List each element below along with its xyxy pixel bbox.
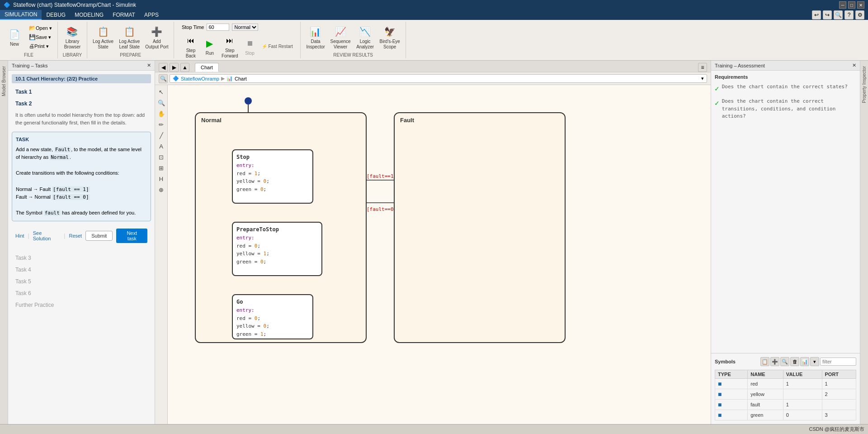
menu-modeling[interactable]: MODELING [70,10,108,20]
task-6-item[interactable]: Task 6 [12,287,151,299]
fault-state[interactable]: Fault [394,112,566,343]
stop-green: green = 0; [236,186,309,194]
grid-tool[interactable]: ⊞ [156,163,166,173]
simulate-mode-select[interactable]: Normal [232,24,258,31]
hint-link[interactable]: Hint [15,233,24,238]
up-button[interactable]: ▲ [180,63,189,72]
logic-analyzer-button[interactable]: 📉 LogicAnalyzer [354,24,376,51]
property-inspector-tab[interactable]: Property Inspector [861,64,868,105]
logic-analyzer-label: LogicAnalyzer [356,39,374,50]
line-tool[interactable]: ╱ [156,130,166,140]
search-button[interactable]: 🔍 [834,10,843,19]
see-solution-link[interactable]: See Solution [33,230,61,241]
task-3-item[interactable]: Task 3 [12,252,151,264]
filter-input[interactable] [820,358,856,366]
prepare-section-label: PREPARE [120,52,141,58]
stop-time-input[interactable] [207,24,229,31]
menu-format[interactable]: FORMAT [108,10,140,20]
pan-tool[interactable]: ✋ [156,109,166,119]
undo-button[interactable]: ↩ [812,10,821,19]
task-5-item[interactable]: Task 5 [12,276,151,287]
annotate-tool[interactable]: A [156,141,166,151]
step-back-button[interactable]: ⏮ StepBack [182,33,200,60]
minimize-button[interactable]: ─ [839,1,846,9]
maximize-button[interactable]: □ [848,1,855,9]
open-icon: 📂 [29,25,36,31]
step-back-label: StepBack [186,48,196,59]
sym-btn-3[interactable]: 🔍 [780,357,789,366]
chart-tab[interactable]: Chart [195,63,219,72]
close-button[interactable]: ✕ [857,1,864,9]
sequence-viewer-button[interactable]: 📈 SequenceViewer [329,24,353,51]
left-panel-close[interactable]: ✕ [147,62,151,68]
breadcrumb-dropdown[interactable]: ▾ [701,76,704,81]
open-button[interactable]: 📂 Open ▾ [27,24,54,32]
svg-text:[fault==0]: [fault==0] [367,206,396,212]
new-icon: 📄 [7,27,22,42]
req-2-text: Does the chart contain the correct trans… [722,98,856,120]
step-forward-button[interactable]: ⏭ StepForward [220,33,240,60]
task-1-item[interactable]: Task 1 [12,86,151,98]
back-button[interactable]: ◀ [159,63,168,72]
draw-tool[interactable]: ✏ [156,119,166,129]
normal-state[interactable]: Normal Stop entry: red = 1; yellow = 0; … [195,112,367,343]
forward-button[interactable]: ▶ [170,63,179,72]
add-output-port-button[interactable]: ➕ AddOutput Port [143,24,170,51]
new-button[interactable]: 📄 New [4,26,25,48]
breadcrumb-root[interactable]: StateflowOnramp [181,76,219,81]
help-button[interactable]: ? [844,10,854,19]
right-panel-header: Training – Assessment ✕ [711,61,860,71]
col-port: PORT [822,370,856,379]
stop-state[interactable]: Stop entry: red = 1; yellow = 0; green =… [232,149,313,204]
settings-button[interactable]: ⚙ [855,10,864,19]
tab-options-button[interactable]: ≡ [698,63,707,72]
run-button[interactable]: ▶ Run [201,35,219,57]
menu-simulation[interactable]: SIMULATION [0,10,42,20]
submit-button[interactable]: Submit [85,231,113,241]
green-value: 0 [783,410,822,420]
sym-btn-2[interactable]: ➕ [770,357,779,366]
sym-btn-6[interactable]: ▾ [810,357,819,366]
left-panel-header: Training – Tasks ✕ [8,61,155,71]
right-panel-close[interactable]: ✕ [852,62,856,68]
yellow-name: yellow [748,389,783,400]
canvas-nav: 🔍 🔷 StateflowOnramp ▶ 📊 Chart ▾ [155,72,711,85]
log-active-leaf-button[interactable]: 📋 Log ActiveLeaf State [117,24,142,51]
zoom-out-button[interactable]: 🔍 [159,74,168,83]
go-state[interactable]: Go entry: red = 0; yellow = 0; green = 1… [232,294,313,339]
further-practice-item[interactable]: Further Practice [12,299,151,311]
save-button[interactable]: 💾 Save ▾ [27,33,54,41]
sym-btn-5[interactable]: 📊 [800,357,809,366]
sym-btn-1[interactable]: 📋 [760,357,769,366]
data-inspector-icon: 📊 [308,24,323,39]
extra-tool[interactable]: ⊕ [156,185,166,195]
data-inspector-button[interactable]: 📊 DataInspector [304,24,326,51]
hierarchy-tool[interactable]: H [156,174,166,184]
select-tool[interactable]: ↖ [156,87,166,97]
zoom-in-tool[interactable]: 🔍 [156,98,166,108]
stop-button[interactable]: ⏹ Stop [241,35,259,57]
menu-apps[interactable]: APPS [140,10,163,20]
fit-tool[interactable]: ⊡ [156,152,166,162]
task-4-item[interactable]: Task 4 [12,264,151,276]
print-button[interactable]: 🖨 Print ▾ [27,42,54,50]
stateflow-canvas[interactable]: [fault==1] [fault==0] after(3,sec) [168,85,711,424]
birds-eye-scope-button[interactable]: 🦅 Bird's-EyeScope [378,24,402,51]
toolbar: 📄 New 📂 Open ▾ 💾 Save ▾ 🖨 Print ▾ FILE [0,20,868,61]
reset-link[interactable]: Reset [69,233,82,238]
svg-text:[fault==1]: [fault==1] [367,173,396,179]
redo-button[interactable]: ↪ [823,10,832,19]
next-task-button[interactable]: Next task [116,229,147,243]
symbol-row-fault: ■ fault 1 [715,400,856,410]
library-browser-button[interactable]: 📚 LibraryBrowser [61,24,83,51]
model-browser-tab[interactable]: Model Browser [0,64,7,98]
task-2-item[interactable]: Task 2 [12,98,151,110]
normal-state-label: Normal [201,117,222,124]
prepare-to-stop-state[interactable]: PrepareToStop entry: red = 0; yellow = 1… [232,222,322,276]
window-title: Stateflow (chart) StateflowOnramp/Chart … [13,2,136,8]
log-active-state-label: Log ActiveState [93,39,113,50]
normal-code: Normal [50,154,70,160]
log-active-state-button[interactable]: 📋 Log ActiveState [91,24,115,51]
menu-debug[interactable]: DEBUG [42,10,70,20]
sym-btn-4[interactable]: 🗑 [790,357,799,366]
